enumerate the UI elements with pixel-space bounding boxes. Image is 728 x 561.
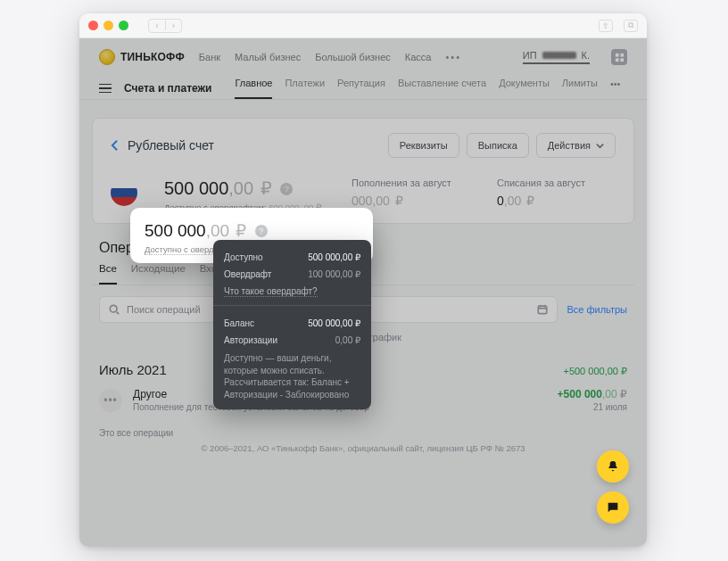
tab-payments[interactable]: Платежи bbox=[285, 78, 325, 99]
op-date: 21 июля bbox=[558, 402, 627, 412]
fab-notifications[interactable] bbox=[597, 450, 629, 483]
currency-icon bbox=[111, 179, 137, 206]
actions-button[interactable]: Действия bbox=[536, 133, 616, 158]
chevron-left-icon bbox=[111, 139, 119, 152]
window-max[interactable] bbox=[119, 21, 128, 30]
svg-point-4 bbox=[110, 305, 117, 312]
tab-limits[interactable]: Лимиты bbox=[562, 78, 598, 99]
svg-rect-0 bbox=[615, 53, 618, 56]
top-nav-item[interactable]: Касса bbox=[405, 52, 432, 62]
op-icon: ••• bbox=[99, 389, 122, 412]
account-name: Рублевый счет bbox=[128, 138, 214, 153]
window-close[interactable] bbox=[88, 21, 98, 30]
chevron-down-icon bbox=[596, 142, 604, 150]
global-header: ТИНЬКОФФ Банк Малый бизнес Большой бизне… bbox=[79, 38, 647, 72]
app-window: ‹ › ⇧ ⧉ ТИНЬКОФФ Банк Малый бизнес Больш… bbox=[79, 13, 647, 547]
all-filters-link[interactable]: Все фильтры bbox=[567, 304, 627, 315]
requisites-button[interactable]: Реквизиты bbox=[388, 133, 459, 158]
nav-back[interactable]: ‹ bbox=[149, 21, 165, 30]
share-icon[interactable]: ⇧ bbox=[599, 20, 613, 32]
svg-line-5 bbox=[117, 312, 120, 315]
back-link[interactable]: Рублевый счет bbox=[111, 138, 214, 153]
top-nav-item[interactable]: Малый бизнес bbox=[235, 52, 301, 62]
balance-value: 500 000,00 ₽ ? bbox=[164, 177, 325, 199]
tab-reputation[interactable]: Репутация bbox=[337, 78, 385, 99]
titlebar: ‹ › ⇧ ⧉ bbox=[79, 13, 647, 38]
svg-rect-3 bbox=[620, 58, 624, 62]
section-title: Счета и платежи bbox=[124, 82, 211, 95]
window-min[interactable] bbox=[103, 21, 113, 30]
section-header: Счета и платежи Главное Платежи Репутаци… bbox=[79, 72, 647, 100]
calendar-icon bbox=[537, 304, 548, 315]
section-tabs: Главное Платежи Репутация Выставление сч… bbox=[235, 78, 597, 99]
more-tabs-icon[interactable]: ••• bbox=[610, 78, 621, 98]
search-icon bbox=[109, 304, 120, 315]
logo-icon bbox=[99, 49, 115, 65]
balance-card-value: 500 000,00 ₽ ? bbox=[145, 220, 359, 241]
user-prefix: ИП bbox=[523, 50, 537, 61]
more-icon[interactable]: ••• bbox=[445, 52, 461, 62]
apps-icon[interactable] bbox=[611, 49, 627, 65]
search-ph: Поиск операций bbox=[127, 304, 201, 315]
menu-icon[interactable] bbox=[99, 84, 112, 94]
month-total: +500 000,00 ₽ bbox=[563, 366, 627, 377]
tabs-icon[interactable]: ⧉ bbox=[624, 20, 638, 32]
outflow-col: Списания за август 0,00 ₽ bbox=[497, 177, 616, 212]
tab-main[interactable]: Главное bbox=[235, 78, 272, 99]
overdraft-help-link[interactable]: Что такое овердрафт? bbox=[224, 286, 318, 297]
svg-rect-2 bbox=[615, 58, 618, 62]
tab-invoice[interactable]: Выставление счета bbox=[398, 78, 486, 99]
end-line: Это все операции bbox=[99, 428, 627, 438]
top-nav-item[interactable]: Банк bbox=[199, 52, 220, 62]
balance-tooltip: Доступно500 000,00 ₽ Овердрафт100 000,00… bbox=[213, 240, 371, 409]
nav-forward[interactable]: › bbox=[165, 21, 181, 30]
tab-docs[interactable]: Документы bbox=[499, 78, 550, 99]
top-nav-item[interactable]: Большой бизнес bbox=[315, 52, 391, 62]
bell-icon bbox=[606, 459, 620, 474]
help-icon[interactable]: ? bbox=[280, 183, 293, 195]
help-icon[interactable]: ? bbox=[255, 225, 268, 237]
op-amount: +500 000,00 ₽ bbox=[558, 388, 627, 400]
fab-chat[interactable] bbox=[597, 491, 629, 524]
svg-rect-1 bbox=[620, 53, 624, 56]
user-suffix: К. bbox=[582, 50, 590, 61]
brand-logo[interactable]: ТИНЬКОФФ bbox=[99, 49, 185, 65]
nav-arrows: ‹ › bbox=[148, 19, 182, 33]
brand-name: ТИНЬКОФФ bbox=[120, 51, 185, 63]
optab-out[interactable]: Исходящие bbox=[131, 263, 186, 285]
optab-all[interactable]: Все bbox=[99, 263, 117, 285]
footer-text: © 2006–2021, АО «Тинькофф Банк», официал… bbox=[99, 443, 627, 453]
statement-button[interactable]: Выписка bbox=[467, 133, 529, 158]
user-name-blur bbox=[542, 52, 576, 59]
user-chip[interactable]: ИП К. bbox=[523, 50, 590, 64]
tooltip-note: Доступно — ваши деньги, которые можно сп… bbox=[224, 352, 360, 400]
page: ТИНЬКОФФ Банк Малый бизнес Большой бизне… bbox=[79, 38, 647, 547]
top-nav: Банк Малый бизнес Большой бизнес Касса •… bbox=[199, 52, 461, 62]
chat-icon bbox=[606, 500, 620, 515]
month-title: Июль 2021 bbox=[99, 362, 167, 377]
